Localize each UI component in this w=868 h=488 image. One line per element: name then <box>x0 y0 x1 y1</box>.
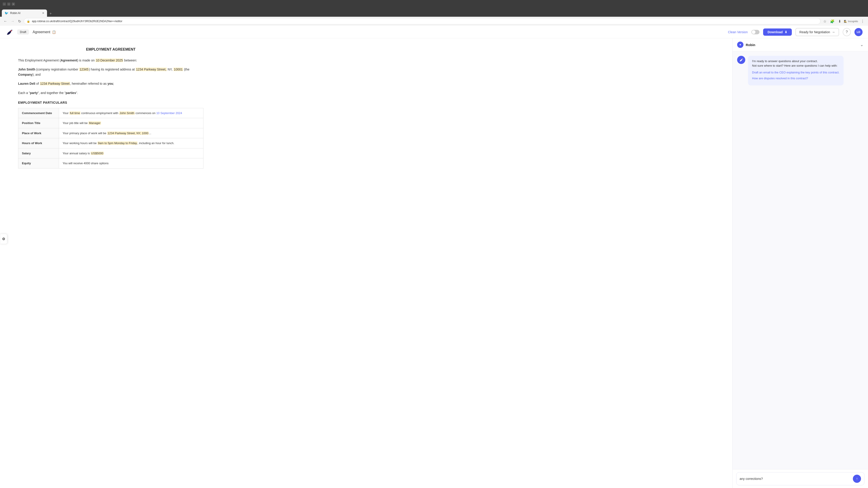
row-label-commencement: Commencement Date <box>18 108 59 118</box>
arrow-right-icon: → <box>832 30 835 34</box>
row-value-hours: Your working hours will be 9am to 5pm Mo… <box>59 138 204 149</box>
sidebar-icon: ⚙ <box>2 237 5 241</box>
table-row: Position Title Your job title will be Ma… <box>18 118 204 128</box>
row-value-commencement: Your full time continuous employment wit… <box>59 108 204 118</box>
work-address: 1234 Parkway Street, NY, 1000 <box>107 131 149 135</box>
robin-message-avatar <box>737 56 745 64</box>
svg-point-1 <box>742 59 743 59</box>
incognito-icon: 🕵 <box>844 20 847 23</box>
copy-icon[interactable]: 📋 <box>52 30 56 34</box>
document-title: Agreement 📋 <box>33 30 56 34</box>
robin-message-row: I'm ready to answer questions about your… <box>737 56 864 86</box>
robin-send-button[interactable]: ↑ <box>853 475 861 483</box>
robin-ai-logo <box>5 28 13 36</box>
ready-for-negotiation-button[interactable]: Ready for Negotiation → <box>796 28 839 36</box>
avatar-initials: LD <box>857 31 860 34</box>
tab-close-button[interactable]: ✕ <box>42 11 44 15</box>
forward-button[interactable]: → <box>10 18 16 24</box>
employee-address: 1234 Parkway Street <box>40 82 70 86</box>
download-icon: ⬇ <box>784 30 787 34</box>
agreement-date: 10 December 2025 <box>95 59 123 62</box>
back-button[interactable]: ← <box>3 18 8 24</box>
bookmark-button[interactable]: ☆ <box>822 18 827 24</box>
row-label-hours: Hours of Work <box>18 138 59 149</box>
clean-version-toggle[interactable] <box>751 30 760 34</box>
app-header: Draft Agreement 📋 Clean Version Download… <box>0 26 868 38</box>
salary-value: US$5000 <box>91 152 104 155</box>
new-tab-button[interactable]: + <box>48 10 54 17</box>
question-mark-icon: ? <box>846 30 848 34</box>
employee-name: Lauren Deli <box>18 82 35 86</box>
row-label-equity: Equity <box>18 158 59 168</box>
robin-messages-area: I'm ready to answer questions about your… <box>733 51 868 469</box>
row-value-position: Your job title will be Manager <box>59 118 204 128</box>
browser-addressbar: ← → ↻ 🔒 app.robinai.co.uk/draft/contract… <box>0 17 868 26</box>
party1-paragraph: John Smith (company registration number … <box>18 67 204 77</box>
employee-pronoun: you <box>107 82 113 86</box>
employment-particulars-title: EMPLOYMENT PARTICULARS <box>18 101 204 104</box>
reload-button[interactable]: ↻ <box>17 18 22 24</box>
intro-paragraph: This Employment Agreement (Agreement) is… <box>18 58 204 63</box>
robin-icon: ✦ <box>737 41 743 48</box>
download-label: Download <box>768 30 783 34</box>
party-label: party <box>30 91 37 95</box>
extensions-button[interactable]: 🧩 <box>829 18 835 24</box>
agreement-bold: Agreement <box>61 59 77 62</box>
browser-tabs: 🐦 Robin AI ✕ + <box>0 8 868 17</box>
robin-ai-panel: ✦ Robin ⌄ I'm r <box>733 38 868 488</box>
chevron-down-icon: ⌄ <box>860 42 864 47</box>
download-button[interactable]: Download ⬇ <box>763 29 792 36</box>
robin-input-area: ↑ <box>733 469 868 488</box>
robin-message-bubble: I'm ready to answer questions about your… <box>748 56 844 86</box>
user-avatar-button[interactable]: LD <box>855 28 863 36</box>
incognito-badge: 🕵 Incognito <box>844 20 858 23</box>
party2-paragraph: Lauren Deli of 1234 Parkway Street, here… <box>18 81 204 86</box>
close-button[interactable]: ✕ <box>12 2 15 6</box>
robin-panel-header: ✦ Robin ⌄ <box>733 38 868 51</box>
row-label-place: Place of Work <box>18 128 59 138</box>
row-value-place: Your primary place of work will be 1234 … <box>59 128 204 138</box>
downloads-button[interactable]: ⬇ <box>837 18 842 24</box>
browser-chrome: ─ □ ✕ 🐦 Robin AI ✕ + ← → ↻ 🔒 app.robinai… <box>0 0 868 26</box>
robin-chat-input[interactable] <box>740 477 850 481</box>
minimize-button[interactable]: ─ <box>3 2 6 6</box>
browser-titlebar: ─ □ ✕ <box>0 0 868 8</box>
row-label-salary: Salary <box>18 148 59 158</box>
table-row: Salary Your annual salary is US$5000 <box>18 148 204 158</box>
parties-footer: Each a "party", and together the "partie… <box>18 90 204 95</box>
robin-collapse-button[interactable]: ⌄ <box>860 42 864 47</box>
suggestion-link-1[interactable]: Draft an email to the CEO explaining the… <box>752 70 839 74</box>
maximize-button[interactable]: □ <box>7 2 10 6</box>
document-content: EMPLOYMENT AGREEMENT This Employment Agr… <box>18 47 204 168</box>
table-row: Commencement Date Your full time continu… <box>18 108 204 118</box>
parties-label: parties <box>66 91 76 95</box>
clean-version-button[interactable]: Clean Version <box>728 30 748 34</box>
address-bar[interactable]: 🔒 app.robinai.co.uk/draft/contract/Q29ud… <box>24 18 820 24</box>
tab-favicon: 🐦 <box>4 11 8 15</box>
company-address: 1234 Parkway Street, <box>135 68 167 71</box>
company-reg: 12345 <box>79 68 89 71</box>
message-intro: I'm ready to answer questions about your… <box>752 59 839 68</box>
commence-date: 10 September 2024 <box>156 111 182 115</box>
employment-type: full time <box>69 111 81 115</box>
company-postcode: 10001 <box>174 68 183 71</box>
draft-badge: Draft <box>17 29 29 35</box>
document-area: EMPLOYMENT AGREEMENT This Employment Agr… <box>0 38 733 488</box>
active-tab[interactable]: 🐦 Robin AI ✕ <box>2 9 47 17</box>
tab-title: Robin AI <box>10 11 40 15</box>
employer-name: John Smith <box>119 111 135 115</box>
row-value-equity: You will receive 4000 share options <box>59 158 204 168</box>
suggestion-link-2[interactable]: How are disputes resolved in this contra… <box>752 76 839 80</box>
menu-button[interactable]: ⋮ <box>860 18 865 24</box>
ready-label: Ready for Negotiation <box>800 30 830 34</box>
table-row: Equity You will receive 4000 share optio… <box>18 158 204 168</box>
help-button[interactable]: ? <box>843 28 851 36</box>
company-name: John Smith <box>18 68 35 71</box>
left-sidebar-toggle[interactable]: ⚙ <box>0 234 7 244</box>
table-row: Hours of Work Your working hours will be… <box>18 138 204 149</box>
robin-avatar-icon <box>739 57 744 62</box>
lock-icon: 🔒 <box>27 20 30 23</box>
row-value-salary: Your annual salary is US$5000 <box>59 148 204 158</box>
url-text: app.robinai.co.uk/draft/contract/Q29udHJ… <box>32 20 817 23</box>
sparkle-icon: ✦ <box>739 43 742 46</box>
